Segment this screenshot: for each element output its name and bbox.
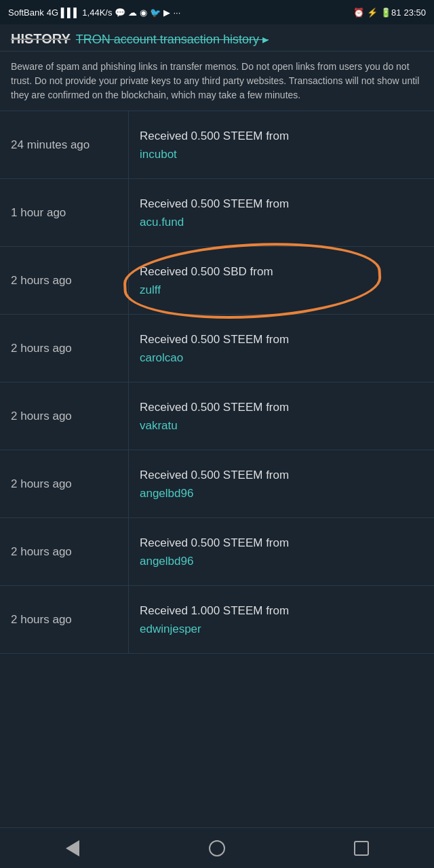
bluetooth-icon: ⚡: [367, 7, 378, 18]
time-cell: 2 hours ago: [0, 586, 129, 653]
time-cell: 1 hour ago: [0, 179, 129, 246]
time-cell: 2 hours ago: [0, 518, 129, 585]
battery-label: 🔋81: [380, 7, 401, 18]
sender-link[interactable]: carolcao: [140, 351, 423, 365]
detail-cell: Received 0.500 STEEM fromcarolcao: [129, 315, 434, 382]
transaction-row: 1 hour agoReceived 0.500 STEEM fromacu.f…: [0, 179, 434, 247]
sender-link[interactable]: acu.fund: [140, 216, 423, 229]
home-icon: [209, 840, 225, 856]
transaction-row: 2 hours agoReceived 0.500 STEEM fromange…: [0, 518, 434, 586]
transaction-row: 2 hours agoReceived 0.500 STEEM fromcaro…: [0, 315, 434, 382]
status-bar: SoftBank 4G ▌▌▌ 1,44K/s 💬 ☁ ◉ 🐦 ▶ ··· ⏰ …: [0, 0, 434, 24]
home-button[interactable]: [197, 835, 237, 862]
youtube-icon: ▶: [163, 7, 170, 18]
detail-cell: Received 0.500 STEEM fromincubot: [129, 111, 434, 178]
transaction-row: 2 hours agoReceived 0.500 STEEM fromvakr…: [0, 382, 434, 450]
sender-link[interactable]: angelbd96: [140, 487, 423, 500]
detail-cell: Received 0.500 STEEM fromangelbd96: [129, 518, 434, 585]
signal-label: 4G ▌▌▌: [47, 7, 80, 18]
time-cell: 2 hours ago: [0, 382, 129, 450]
transaction-description: Received 1.000 STEEM from: [140, 603, 423, 619]
time-label: 23:50: [403, 7, 426, 18]
detail-cell: Received 0.500 STEEM fromvakratu: [129, 382, 434, 450]
more-icon: ···: [173, 7, 180, 18]
carrier-label: SoftBank: [8, 7, 44, 18]
navigation-bar: [0, 827, 434, 868]
transaction-description: Received 0.500 STEEM from: [140, 535, 423, 551]
transaction-row: 2 hours agoReceived 0.500 SBD fromzulff: [0, 247, 434, 315]
transaction-description: Received 0.500 STEEM from: [140, 128, 423, 144]
warning-message: Beware of spam and phishing links in tra…: [0, 52, 434, 111]
back-icon: [66, 840, 79, 856]
transaction-row: 2 hours agoReceived 1.000 STEEM fromedwi…: [0, 586, 434, 654]
detail-cell: Received 0.500 STEEM fromangelbd96: [129, 450, 434, 517]
history-label: HISTORY: [11, 31, 71, 47]
transaction-row: 2 hours agoReceived 0.500 STEEM fromange…: [0, 450, 434, 518]
transaction-description: Received 0.500 STEEM from: [140, 467, 423, 484]
sender-link[interactable]: vakratu: [140, 419, 423, 433]
cloud-icon: ☁: [128, 7, 137, 18]
recent-icon: [354, 841, 369, 856]
status-right: ⏰ ⚡ 🔋81 23:50: [353, 7, 426, 18]
detail-cell: Received 0.500 STEEM fromacu.fund: [129, 179, 434, 246]
sender-link[interactable]: zulff: [140, 283, 423, 297]
transaction-list: 24 minutes agoReceived 0.500 STEEM fromi…: [0, 111, 434, 654]
twitter-icon: 🐦: [150, 7, 161, 18]
time-cell: 2 hours ago: [0, 450, 129, 517]
transaction-description: Received 0.500 STEEM from: [140, 399, 423, 416]
transaction-description: Received 0.500 STEEM from: [140, 332, 423, 348]
time-cell: 2 hours ago: [0, 315, 129, 382]
time-cell: 24 minutes ago: [0, 111, 129, 178]
alarm-icon: ⏰: [353, 7, 364, 18]
time-cell: 2 hours ago: [0, 247, 129, 314]
warning-text: Beware of spam and phishing links in tra…: [11, 61, 419, 100]
status-left: SoftBank 4G ▌▌▌ 1,44K/s 💬 ☁ ◉ 🐦 ▶ ···: [8, 7, 180, 18]
header-title: HISTORY TRON account transaction history…: [11, 31, 423, 47]
recent-apps-button[interactable]: [341, 835, 382, 862]
transaction-row: 24 minutes agoReceived 0.500 STEEM fromi…: [0, 111, 434, 179]
sender-link[interactable]: angelbd96: [140, 555, 423, 568]
sender-link[interactable]: edwinjesper: [140, 623, 423, 636]
transaction-description: Received 0.500 SBD from: [140, 264, 423, 280]
back-button[interactable]: [52, 835, 93, 862]
transaction-description: Received 0.500 STEEM from: [140, 196, 423, 212]
detail-cell: Received 0.500 SBD fromzulff: [129, 247, 434, 314]
speed-label: 1,44K/s: [82, 7, 112, 18]
sender-link[interactable]: incubot: [140, 148, 423, 161]
instagram-icon: ◉: [140, 7, 147, 18]
account-transaction-link[interactable]: TRON account transaction history ▸: [76, 32, 269, 47]
messenger-icon: 💬: [115, 7, 125, 18]
detail-cell: Received 1.000 STEEM fromedwinjesper: [129, 586, 434, 653]
header: HISTORY TRON account transaction history…: [0, 24, 434, 52]
